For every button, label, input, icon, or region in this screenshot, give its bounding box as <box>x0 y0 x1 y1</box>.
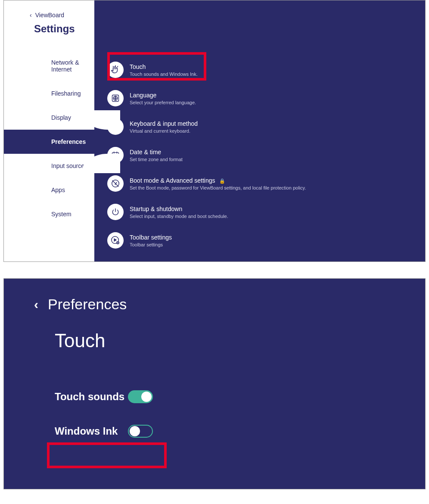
sidebar-item-system[interactable]: System <box>4 202 94 226</box>
option-windows-ink: Windows Ink <box>55 425 425 438</box>
item-subtitle: Touch sounds and Windows Ink. <box>130 72 198 77</box>
sidebar-item-display[interactable]: Display <box>4 106 94 130</box>
power-icon <box>107 204 124 220</box>
pref-item-keyboard[interactable]: Keyboard & input method Virtual and curr… <box>107 112 425 141</box>
windows-ink-toggle[interactable] <box>128 425 153 438</box>
item-title: Date & time <box>130 149 183 156</box>
sidebar-item-label: Preferences <box>51 138 86 145</box>
back-button[interactable]: ‹ Preferences <box>34 296 425 313</box>
item-title: Startup & shutdown <box>130 205 228 212</box>
item-title: Touch <box>130 63 198 70</box>
pref-item-touch[interactable]: Touch Touch sounds and Windows Ink. <box>107 56 425 84</box>
pref-item-toolbar[interactable]: Toolbar settings Toolbar settings <box>107 226 425 255</box>
touch-icon <box>107 62 124 78</box>
settings-panel: ‹ ViewBoard Settings Network & Internet … <box>3 0 426 262</box>
toggle-knob <box>130 426 140 436</box>
sidebar: ‹ ViewBoard Settings Network & Internet … <box>4 0 94 261</box>
item-title: Keyboard & input method <box>130 120 198 127</box>
sidebar-item-label: System <box>51 211 72 218</box>
item-title: Boot mode & Advanced settings 🔒 <box>130 177 306 184</box>
sidebar-item-network[interactable]: Network & Internet <box>4 50 94 81</box>
option-label: Windows Ink <box>55 425 128 437</box>
option-label: Touch sounds <box>55 391 128 403</box>
pref-item-bootmode[interactable]: Boot mode & Advanced settings 🔒 Set the … <box>107 169 425 198</box>
item-subtitle: Select input, standby mode and boot sche… <box>130 214 228 219</box>
item-title: Toolbar settings <box>130 234 172 241</box>
touch-panel: ‹ Preferences Touch Touch sounds Windows… <box>3 278 426 489</box>
toggle-knob <box>141 392 152 402</box>
item-subtitle: Set time zone and format <box>130 157 183 162</box>
sidebar-item-filesharing[interactable]: Filesharing <box>4 81 94 106</box>
back-label: Preferences <box>48 296 127 313</box>
page-title: Touch <box>55 330 425 352</box>
sidebar-item-label: Network & Internet <box>51 59 79 73</box>
toolbar-icon <box>107 232 124 249</box>
item-subtitle: Toolbar settings <box>130 242 172 247</box>
sidebar-item-input-source[interactable]: Input source <box>4 154 94 178</box>
highlight-annotation <box>47 442 167 468</box>
sidebar-nav: Network & Internet Filesharing Display P… <box>4 50 94 226</box>
chevron-left-icon: ‹ <box>34 297 38 312</box>
sidebar-item-label: Display <box>51 114 71 121</box>
item-subtitle: Set the Boot mode, password for ViewBoar… <box>130 185 306 190</box>
chevron-left-icon: ‹ <box>30 12 32 18</box>
back-button[interactable]: ‹ ViewBoard <box>4 12 94 19</box>
content-area: Touch Touch sounds and Windows Ink. Lang… <box>94 0 425 261</box>
touch-sounds-toggle[interactable] <box>128 390 153 403</box>
item-subtitle: Virtual and current keyboard. <box>130 128 198 134</box>
sidebar-item-preferences[interactable]: Preferences <box>4 130 94 154</box>
lock-icon: 🔒 <box>219 178 225 184</box>
sidebar-item-label: Apps <box>51 187 65 193</box>
pref-item-datetime[interactable]: Date & time Set time zone and format <box>107 141 425 169</box>
sidebar-item-label: Filesharing <box>51 90 81 97</box>
pref-item-startup[interactable]: Startup & shutdown Select input, standby… <box>107 198 425 226</box>
sidebar-item-apps[interactable]: Apps <box>4 178 94 202</box>
item-subtitle: Select your preferred language. <box>130 100 196 105</box>
sidebar-item-label: Input source <box>51 162 84 169</box>
page-title: Settings <box>4 23 94 35</box>
back-label: ViewBoard <box>35 12 64 19</box>
option-touch-sounds: Touch sounds <box>55 390 425 403</box>
globe-icon <box>107 90 124 106</box>
item-title: Language <box>130 92 196 99</box>
pref-item-language[interactable]: Language Select your preferred language. <box>107 84 425 112</box>
boot-icon <box>107 175 124 192</box>
